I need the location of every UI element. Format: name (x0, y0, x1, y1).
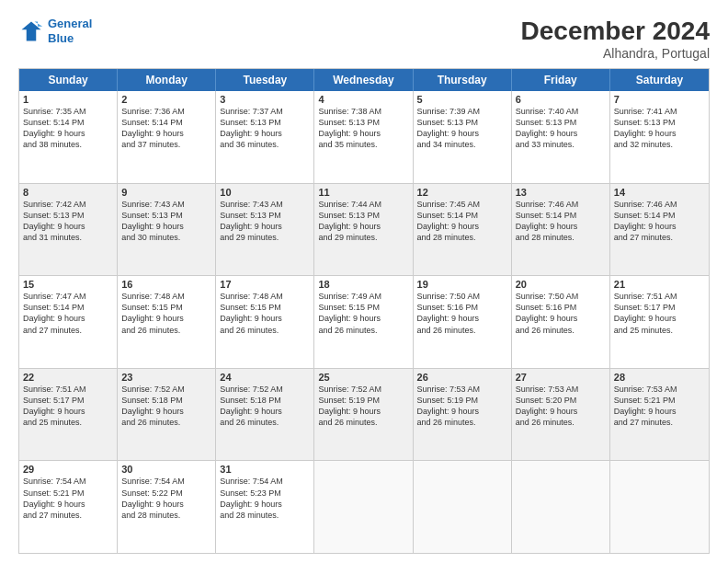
header-day-tuesday: Tuesday (216, 69, 314, 91)
header-day-friday: Friday (512, 69, 610, 91)
day-number: 2 (121, 94, 211, 105)
day-number: 11 (318, 187, 408, 198)
cell-sun-info: Sunrise: 7:52 AM Sunset: 5:19 PM Dayligh… (318, 384, 408, 429)
cell-sun-info: Sunrise: 7:47 AM Sunset: 5:14 PM Dayligh… (23, 291, 113, 336)
cell-sun-info: Sunrise: 7:38 AM Sunset: 5:13 PM Dayligh… (318, 106, 408, 151)
cal-row-3: 15Sunrise: 7:47 AM Sunset: 5:14 PM Dayli… (19, 276, 709, 369)
cal-cell: 20Sunrise: 7:50 AM Sunset: 5:16 PM Dayli… (512, 276, 610, 368)
day-number: 25 (318, 372, 408, 383)
cal-cell (512, 461, 610, 553)
day-number: 20 (516, 279, 606, 290)
header-day-thursday: Thursday (414, 69, 512, 91)
cal-cell (314, 461, 413, 553)
cal-cell: 21Sunrise: 7:51 AM Sunset: 5:17 PM Dayli… (610, 276, 709, 368)
cal-cell: 28Sunrise: 7:53 AM Sunset: 5:21 PM Dayli… (610, 369, 709, 461)
day-number: 3 (220, 94, 310, 105)
cell-sun-info: Sunrise: 7:53 AM Sunset: 5:20 PM Dayligh… (516, 384, 606, 429)
day-number: 18 (318, 279, 408, 290)
cell-sun-info: Sunrise: 7:48 AM Sunset: 5:15 PM Dayligh… (121, 291, 211, 336)
header-day-wednesday: Wednesday (314, 69, 413, 91)
cell-sun-info: Sunrise: 7:39 AM Sunset: 5:13 PM Dayligh… (417, 106, 507, 151)
header-day-saturday: Saturday (610, 69, 709, 91)
day-number: 1 (23, 94, 113, 105)
location-subtitle: Alhandra, Portugal (521, 46, 710, 61)
cal-cell: 25Sunrise: 7:52 AM Sunset: 5:19 PM Dayli… (314, 369, 413, 461)
cal-cell: 3Sunrise: 7:37 AM Sunset: 5:13 PM Daylig… (216, 91, 314, 183)
cal-cell: 1Sunrise: 7:35 AM Sunset: 5:14 PM Daylig… (19, 91, 118, 183)
day-number: 22 (23, 372, 113, 383)
day-number: 17 (220, 279, 310, 290)
day-number: 29 (23, 464, 113, 475)
cal-cell: 19Sunrise: 7:50 AM Sunset: 5:16 PM Dayli… (414, 276, 512, 368)
cal-cell: 6Sunrise: 7:40 AM Sunset: 5:13 PM Daylig… (512, 91, 610, 183)
cell-sun-info: Sunrise: 7:54 AM Sunset: 5:21 PM Dayligh… (23, 476, 113, 521)
calendar: SundayMondayTuesdayWednesdayThursdayFrid… (18, 68, 710, 554)
cal-cell: 2Sunrise: 7:36 AM Sunset: 5:14 PM Daylig… (118, 91, 216, 183)
logo: General Blue (18, 17, 92, 45)
day-number: 21 (614, 279, 705, 290)
cell-sun-info: Sunrise: 7:48 AM Sunset: 5:15 PM Dayligh… (220, 291, 310, 336)
cal-cell: 4Sunrise: 7:38 AM Sunset: 5:13 PM Daylig… (314, 91, 413, 183)
cal-row-4: 22Sunrise: 7:51 AM Sunset: 5:17 PM Dayli… (19, 369, 709, 462)
day-number: 24 (220, 372, 310, 383)
cell-sun-info: Sunrise: 7:49 AM Sunset: 5:15 PM Dayligh… (318, 291, 408, 336)
cal-cell: 23Sunrise: 7:52 AM Sunset: 5:18 PM Dayli… (118, 369, 216, 461)
cell-sun-info: Sunrise: 7:54 AM Sunset: 5:23 PM Dayligh… (220, 476, 310, 521)
cal-row-2: 8Sunrise: 7:42 AM Sunset: 5:13 PM Daylig… (19, 184, 709, 277)
day-number: 8 (23, 187, 113, 198)
day-number: 30 (121, 464, 211, 475)
month-title: December 2024 (521, 17, 710, 46)
day-number: 28 (614, 372, 705, 383)
cell-sun-info: Sunrise: 7:51 AM Sunset: 5:17 PM Dayligh… (23, 384, 113, 429)
cal-row-1: 1Sunrise: 7:35 AM Sunset: 5:14 PM Daylig… (19, 91, 709, 184)
cal-cell: 14Sunrise: 7:46 AM Sunset: 5:14 PM Dayli… (610, 184, 709, 276)
cal-cell: 16Sunrise: 7:48 AM Sunset: 5:15 PM Dayli… (118, 276, 216, 368)
logo-line1: General (48, 17, 92, 30)
cell-sun-info: Sunrise: 7:53 AM Sunset: 5:19 PM Dayligh… (417, 384, 507, 429)
cell-sun-info: Sunrise: 7:52 AM Sunset: 5:18 PM Dayligh… (220, 384, 310, 429)
cal-cell: 22Sunrise: 7:51 AM Sunset: 5:17 PM Dayli… (19, 369, 118, 461)
calendar-body: 1Sunrise: 7:35 AM Sunset: 5:14 PM Daylig… (19, 91, 709, 553)
day-number: 7 (614, 94, 705, 105)
cell-sun-info: Sunrise: 7:43 AM Sunset: 5:13 PM Dayligh… (121, 199, 211, 244)
cell-sun-info: Sunrise: 7:53 AM Sunset: 5:21 PM Dayligh… (614, 384, 705, 429)
cal-cell: 30Sunrise: 7:54 AM Sunset: 5:22 PM Dayli… (118, 461, 216, 553)
cal-cell: 26Sunrise: 7:53 AM Sunset: 5:19 PM Dayli… (414, 369, 512, 461)
cell-sun-info: Sunrise: 7:42 AM Sunset: 5:13 PM Dayligh… (23, 199, 113, 244)
cal-cell: 27Sunrise: 7:53 AM Sunset: 5:20 PM Dayli… (512, 369, 610, 461)
cell-sun-info: Sunrise: 7:50 AM Sunset: 5:16 PM Dayligh… (417, 291, 507, 336)
calendar-header: SundayMondayTuesdayWednesdayThursdayFrid… (19, 69, 709, 91)
title-block: December 2024 Alhandra, Portugal (521, 17, 710, 61)
cal-cell: 7Sunrise: 7:41 AM Sunset: 5:13 PM Daylig… (610, 91, 709, 183)
logo-icon (18, 18, 44, 44)
cell-sun-info: Sunrise: 7:41 AM Sunset: 5:13 PM Dayligh… (614, 106, 705, 151)
cal-cell (414, 461, 512, 553)
cal-cell: 24Sunrise: 7:52 AM Sunset: 5:18 PM Dayli… (216, 369, 314, 461)
cal-cell: 12Sunrise: 7:45 AM Sunset: 5:14 PM Dayli… (414, 184, 512, 276)
cal-cell: 17Sunrise: 7:48 AM Sunset: 5:15 PM Dayli… (216, 276, 314, 368)
day-number: 5 (417, 94, 507, 105)
cal-cell: 9Sunrise: 7:43 AM Sunset: 5:13 PM Daylig… (118, 184, 216, 276)
cal-row-5: 29Sunrise: 7:54 AM Sunset: 5:21 PM Dayli… (19, 461, 709, 553)
cell-sun-info: Sunrise: 7:45 AM Sunset: 5:14 PM Dayligh… (417, 199, 507, 244)
header-day-monday: Monday (118, 69, 216, 91)
day-number: 19 (417, 279, 507, 290)
day-number: 4 (318, 94, 408, 105)
cell-sun-info: Sunrise: 7:44 AM Sunset: 5:13 PM Dayligh… (318, 199, 408, 244)
cal-cell: 10Sunrise: 7:43 AM Sunset: 5:13 PM Dayli… (216, 184, 314, 276)
day-number: 10 (220, 187, 310, 198)
cell-sun-info: Sunrise: 7:50 AM Sunset: 5:16 PM Dayligh… (516, 291, 606, 336)
logo-line2: Blue (48, 31, 74, 45)
day-number: 27 (516, 372, 606, 383)
header: General Blue December 2024 Alhandra, Por… (18, 17, 710, 61)
cal-cell: 11Sunrise: 7:44 AM Sunset: 5:13 PM Dayli… (314, 184, 413, 276)
day-number: 23 (121, 372, 211, 383)
day-number: 12 (417, 187, 507, 198)
cal-cell: 5Sunrise: 7:39 AM Sunset: 5:13 PM Daylig… (414, 91, 512, 183)
day-number: 14 (614, 187, 705, 198)
cal-cell: 18Sunrise: 7:49 AM Sunset: 5:15 PM Dayli… (314, 276, 413, 368)
header-day-sunday: Sunday (19, 69, 118, 91)
day-number: 26 (417, 372, 507, 383)
cell-sun-info: Sunrise: 7:35 AM Sunset: 5:14 PM Dayligh… (23, 106, 113, 151)
cal-cell: 8Sunrise: 7:42 AM Sunset: 5:13 PM Daylig… (19, 184, 118, 276)
